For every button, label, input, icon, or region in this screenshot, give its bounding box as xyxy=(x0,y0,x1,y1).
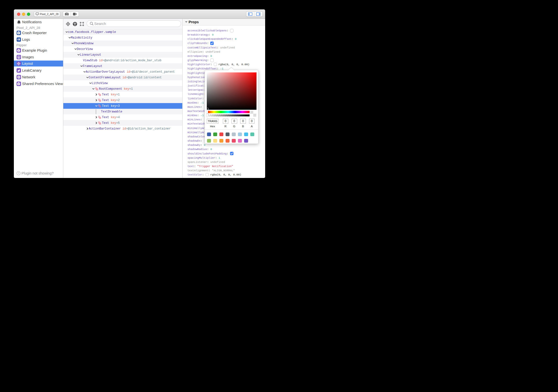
svg-text:?: ? xyxy=(18,172,19,174)
